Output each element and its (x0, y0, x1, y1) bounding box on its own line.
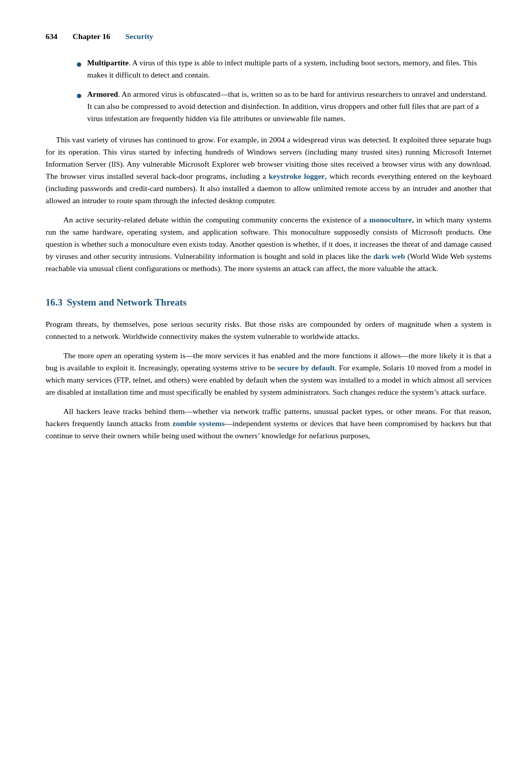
paragraph-open-os: The more open an operating system is—the… (46, 350, 491, 398)
link-zombie-systems[interactable]: zombie systems (172, 419, 224, 428)
bullet-icon: ● (76, 89, 82, 102)
link-secure-by-default[interactable]: secure by default (277, 363, 334, 372)
chapter-label: Chapter 16 (72, 30, 110, 43)
paragraph-vast-variety: This vast variety of viruses has continu… (46, 134, 491, 207)
section-number: 16.3 (46, 297, 62, 308)
section-paragraph-group-3: All hackers leave tracks behind them—whe… (46, 405, 491, 442)
page-header: 634 Chapter 16 Security (46, 30, 491, 43)
paragraph-hackers-tracks: All hackers leave tracks behind them—whe… (46, 405, 491, 442)
paragraph-group-1: This vast variety of viruses has continu… (46, 134, 491, 207)
bullet-text-armored: Armored. An armored virus is obfuscated—… (87, 88, 491, 125)
bullet-icon: ● (76, 57, 82, 70)
section-paragraph-group-2: The more open an operating system is—the… (46, 350, 491, 398)
section-heading-16-3: 16.3 System and Network Threats (46, 295, 491, 310)
bullet-text-multipartite: Multipartite. A virus of this type is ab… (87, 57, 491, 81)
chapter-title: Security (125, 30, 153, 43)
paragraph-program-threats: Program threats, by themselves, pose ser… (46, 318, 491, 343)
link-monoculture[interactable]: monoculture (369, 215, 412, 224)
list-item: ● Armored. An armored virus is obfuscate… (76, 88, 491, 125)
paragraph-monoculture: An active security-related debate within… (46, 214, 491, 275)
term-multipartite: Multipartite (87, 58, 129, 67)
list-item: ● Multipartite. A virus of this type is … (76, 57, 491, 81)
section-paragraph-group-1: Program threats, by themselves, pose ser… (46, 318, 491, 343)
acronym-iis: IIS (111, 161, 120, 168)
page-number: 634 (46, 30, 57, 43)
bullet-list: ● Multipartite. A virus of this type is … (76, 57, 491, 125)
link-keystroke-logger[interactable]: keystroke logger (269, 172, 325, 180)
term-armored: Armored (87, 90, 118, 98)
section-title: System and Network Threats (64, 297, 186, 308)
acronym-ftp: FTP (117, 376, 129, 384)
paragraph-group-2: An active security-related debate within… (46, 214, 491, 275)
italic-open: open (96, 351, 111, 360)
link-dark-web[interactable]: dark web (373, 252, 405, 260)
